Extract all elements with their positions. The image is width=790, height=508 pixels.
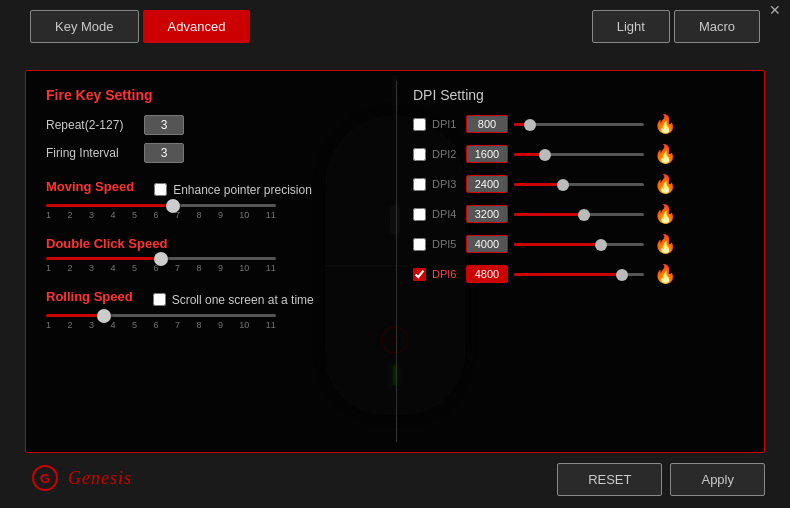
dpi5-fill [514, 243, 601, 246]
rolling-speed-section: Rolling Speed Scroll one screen at a tim… [46, 289, 376, 330]
enhance-precision-text: Enhance pointer precision [173, 183, 312, 197]
dpi4-fill [514, 213, 584, 216]
dpi4-label: DPI4 [432, 208, 460, 220]
double-click-track [46, 257, 276, 260]
dpi5-row: DPI5 4000 🔥 [413, 233, 748, 255]
brand-logo-icon: G [30, 463, 60, 493]
dpi4-row: DPI4 3200 🔥 [413, 203, 748, 225]
dpi2-value[interactable]: 1600 [466, 145, 508, 163]
repeat-label: Repeat(2-127) [46, 118, 136, 132]
dpi4-thumb[interactable] [578, 209, 590, 221]
dpi1-label: DPI1 [432, 118, 460, 130]
dpi4-checkbox[interactable] [413, 208, 426, 221]
dpi4-value[interactable]: 3200 [466, 205, 508, 223]
left-section: Fire Key Setting Repeat(2-127) Firing In… [26, 71, 396, 452]
dpi5-label: DPI5 [432, 238, 460, 250]
enhance-precision-label[interactable]: Enhance pointer precision [154, 183, 312, 197]
repeat-row: Repeat(2-127) [46, 115, 376, 135]
moving-speed-track [46, 204, 276, 207]
dpi5-value[interactable]: 4000 [466, 235, 508, 253]
dpi3-checkbox[interactable] [413, 178, 426, 191]
advanced-button[interactable]: Advanced [143, 10, 251, 43]
scroll-screen-label[interactable]: Scroll one screen at a time [153, 293, 314, 307]
dpi3-thumb[interactable] [557, 179, 569, 191]
interval-label: Firing Interval [46, 146, 136, 160]
interval-row: Firing Interval [46, 143, 376, 163]
repeat-input[interactable] [144, 115, 184, 135]
main-panel: Fire Key Setting Repeat(2-127) Firing In… [25, 70, 765, 453]
dpi1-track [514, 123, 644, 126]
moving-speed-slider-container: 1 2 3 4 5 6 7 8 9 10 11 [46, 204, 376, 220]
dpi2-row: DPI2 1600 🔥 [413, 143, 748, 165]
rolling-speed-track [46, 314, 276, 317]
dpi5-track [514, 243, 644, 246]
scroll-screen-text: Scroll one screen at a time [172, 293, 314, 307]
moving-speed-title: Moving Speed [46, 179, 134, 194]
svg-text:G: G [40, 471, 50, 486]
dpi3-flame: 🔥 [654, 173, 676, 195]
key-mode-button[interactable]: Key Mode [30, 10, 139, 43]
moving-speed-numbers: 1 2 3 4 5 6 7 8 9 10 11 [46, 210, 276, 220]
brand: G Genesis [30, 463, 132, 493]
fire-key-title: Fire Key Setting [46, 87, 376, 103]
dpi1-checkbox[interactable] [413, 118, 426, 131]
dpi6-flame: 🔥 [654, 263, 676, 285]
dpi5-flame: 🔥 [654, 233, 676, 255]
dpi-title: DPI Setting [413, 87, 748, 103]
dpi1-thumb[interactable] [524, 119, 536, 131]
bottom-bar: RESET Apply [557, 463, 765, 496]
dpi6-fill [514, 273, 622, 276]
dpi2-thumb[interactable] [539, 149, 551, 161]
dpi6-checkbox[interactable] [413, 268, 426, 281]
macro-button[interactable]: Macro [674, 10, 760, 43]
top-nav: Key Mode Advanced Light Macro [0, 10, 790, 43]
double-click-slider-container: 1 2 3 4 5 6 7 8 9 10 11 [46, 257, 376, 273]
dpi2-checkbox[interactable] [413, 148, 426, 161]
double-click-title: Double Click Speed [46, 236, 376, 251]
moving-speed-section: Moving Speed Enhance pointer precision 1… [46, 179, 376, 220]
rolling-speed-thumb[interactable] [97, 309, 111, 323]
dpi5-checkbox[interactable] [413, 238, 426, 251]
interval-input[interactable] [144, 143, 184, 163]
dpi6-value[interactable]: 4800 [466, 265, 508, 283]
light-button[interactable]: Light [592, 10, 670, 43]
dpi3-fill [514, 183, 563, 186]
dpi1-flame: 🔥 [654, 113, 676, 135]
enhance-precision-checkbox[interactable] [154, 183, 167, 196]
brand-name-text: Genesis [68, 468, 132, 489]
double-click-section: Double Click Speed 1 2 3 4 5 6 7 8 9 10 … [46, 236, 376, 273]
rolling-speed-title: Rolling Speed [46, 289, 133, 304]
dpi3-value[interactable]: 2400 [466, 175, 508, 193]
reset-button[interactable]: RESET [557, 463, 662, 496]
double-click-thumb[interactable] [154, 252, 168, 266]
dpi3-track [514, 183, 644, 186]
dpi3-label: DPI3 [432, 178, 460, 190]
nav-left: Key Mode Advanced [30, 10, 250, 43]
dpi2-track [514, 153, 644, 156]
apply-button[interactable]: Apply [670, 463, 765, 496]
dpi5-thumb[interactable] [595, 239, 607, 251]
moving-speed-thumb[interactable] [166, 199, 180, 213]
dpi6-thumb[interactable] [616, 269, 628, 281]
dpi1-row: DPI1 800 🔥 [413, 113, 748, 135]
dpi4-flame: 🔥 [654, 203, 676, 225]
dpi-section: DPI Setting DPI1 800 🔥 DPI2 1600 🔥 [397, 71, 764, 452]
scroll-screen-checkbox[interactable] [153, 293, 166, 306]
rolling-speed-numbers: 1 2 3 4 5 6 7 8 9 10 11 [46, 320, 276, 330]
dpi6-label: DPI6 [432, 268, 460, 280]
nav-right: Light Macro [592, 10, 760, 43]
dpi6-track [514, 273, 644, 276]
dpi6-row: DPI6 4800 🔥 [413, 263, 748, 285]
dpi2-label: DPI2 [432, 148, 460, 160]
dpi4-track [514, 213, 644, 216]
dpi3-row: DPI3 2400 🔥 [413, 173, 748, 195]
rolling-speed-slider-container: 1 2 3 4 5 6 7 8 9 10 11 [46, 314, 376, 330]
dpi1-value[interactable]: 800 [466, 115, 508, 133]
dpi2-flame: 🔥 [654, 143, 676, 165]
